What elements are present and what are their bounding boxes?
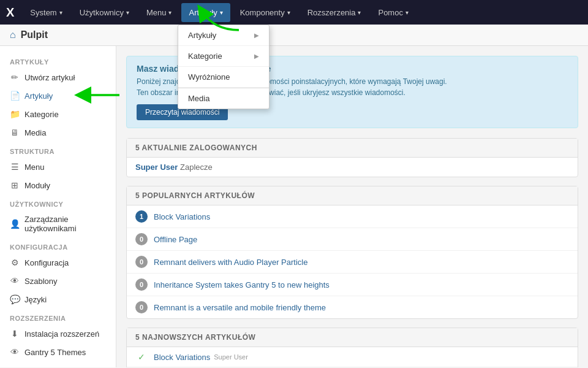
nav-components[interactable]: Komponenty ▾ bbox=[233, 3, 298, 22]
sidebar-item-config[interactable]: ⚙ Konfiguracja bbox=[0, 253, 116, 272]
nav-help-arrow: ▾ bbox=[405, 9, 409, 16]
popular-panel: 5 POPULARNYCH ARTYKUŁÓW 1 Block Variatio… bbox=[126, 186, 578, 319]
newest-panel-body: ✓ Block Variations Super User ✓ Offline … bbox=[127, 347, 578, 367]
eye-icon: 👁 bbox=[10, 276, 20, 286]
table-row: 0 Inheritance System takes Gantry 5 to n… bbox=[127, 274, 578, 296]
badge-count-1: 1 bbox=[135, 210, 148, 223]
sidebar-item-media[interactable]: 🖥 Media bbox=[0, 123, 116, 142]
nav-menu[interactable]: Menu ▾ bbox=[139, 3, 179, 22]
dropdown-item-wyroznione[interactable]: Wyróżnione bbox=[178, 67, 269, 88]
table-row: 0 Remnant is a versatile and mobile frie… bbox=[127, 296, 578, 318]
table-row: 0 Remnant delivers with Audio Player Par… bbox=[127, 251, 578, 274]
page-title: Pulpit bbox=[21, 29, 48, 40]
sidebar-item-menu[interactable]: ☰ Menu bbox=[0, 158, 116, 176]
sidebar-item-modules[interactable]: ⊞ Moduły bbox=[0, 176, 116, 194]
sidebar-item-create-article[interactable]: ✏ Utwórz artykuł bbox=[0, 68, 116, 86]
sidebar-section-artykuly: ARTYKUŁY bbox=[0, 52, 116, 68]
home-icon[interactable]: ⌂ bbox=[10, 29, 16, 40]
nav-extensions-arrow: ▾ bbox=[358, 9, 361, 16]
nav-system[interactable]: System ▾ bbox=[23, 3, 69, 22]
sidebar-item-gantry[interactable]: 👁 Gantry 5 Themes bbox=[0, 343, 116, 361]
popular-panel-body: 1 Block Variations 0 Offline Page 0 Remn… bbox=[127, 205, 578, 318]
nav-articles-arrow: ▾ bbox=[220, 9, 223, 16]
popular-article-link-2[interactable]: Offline Page bbox=[154, 235, 197, 244]
breadcrumb-bar: ⌂ Pulpit bbox=[0, 25, 588, 46]
logged-panel-header: 5 AKTUALNIE ZALOGOWANYCH bbox=[127, 139, 578, 158]
nav-menu-arrow: ▾ bbox=[168, 9, 172, 16]
sidebar-item-manage-users[interactable]: 👤 Zarządzanie użytkownikami bbox=[0, 210, 116, 237]
logged-panel: 5 AKTUALNIE ZALOGOWANYCH Super User Zapl… bbox=[126, 138, 578, 177]
table-row: 0 Offline Page bbox=[127, 228, 578, 251]
newest-panel: 5 NAJNOWSZYCH ARTYKUŁÓW ✓ Block Variatio… bbox=[126, 328, 578, 367]
articles-dropdown: Artykuły ▶ Kategorie ▶ Wyróżnione Media bbox=[178, 25, 270, 109]
sidebar: ARTYKUŁY ✏ Utwórz artykuł 📄 Artykuły 📁 K… bbox=[0, 46, 116, 367]
sidebar-item-templates[interactable]: 👁 Szablony bbox=[0, 272, 116, 290]
nav-extensions[interactable]: Rozszerzenia ▾ bbox=[300, 3, 369, 22]
logged-panel-body: Super User Zaplecze bbox=[127, 158, 578, 177]
table-row: 1 Block Variations bbox=[127, 205, 578, 228]
badge-count-2: 0 bbox=[135, 233, 148, 245]
dropdown-item-artykuly[interactable]: Artykuły ▶ bbox=[178, 25, 269, 46]
popular-article-link-1[interactable]: Block Variations bbox=[154, 212, 210, 221]
nav-components-arrow: ▾ bbox=[287, 9, 290, 16]
submenu-arrow-artykuly: ▶ bbox=[254, 32, 259, 39]
nav-system-arrow: ▾ bbox=[59, 9, 62, 16]
sidebar-item-articles[interactable]: 📄 Artykuły bbox=[0, 86, 116, 105]
nav-articles[interactable]: Artykuły ▾ bbox=[181, 3, 230, 22]
newest-article-link-1[interactable]: Block Variations bbox=[154, 353, 210, 362]
dropdown-item-kategorie[interactable]: Kategorie ▶ bbox=[178, 46, 269, 67]
sidebar-section-struktura: STRUKTURA bbox=[0, 142, 116, 158]
logged-user-name: Super User bbox=[135, 163, 178, 172]
main-layout: ARTYKUŁY ✏ Utwórz artykuł 📄 Artykuły 📁 K… bbox=[0, 46, 588, 367]
modules-icon: ⊞ bbox=[10, 180, 20, 190]
popular-article-link-5[interactable]: Remnant is a versatile and mobile friend… bbox=[154, 303, 326, 312]
nav-help[interactable]: Pomoc ▾ bbox=[371, 3, 415, 22]
sidebar-item-categories[interactable]: 📁 Kategorie bbox=[0, 105, 116, 123]
nav-users[interactable]: Użytkownicy ▾ bbox=[72, 3, 137, 22]
newest-panel-header: 5 NAJNOWSZYCH ARTYKUŁÓW bbox=[127, 328, 578, 347]
table-row: ✓ Block Variations Super User bbox=[127, 347, 578, 367]
badge-count-4: 0 bbox=[135, 278, 148, 291]
sidebar-item-install[interactable]: ⬇ Instalacja rozszerzeń bbox=[0, 324, 116, 343]
articles-icon: 📄 bbox=[10, 91, 20, 101]
logged-user-location: Zaplecze bbox=[180, 163, 213, 172]
media-icon: 🖥 bbox=[10, 128, 20, 137]
user-icon: 👤 bbox=[10, 219, 20, 229]
sidebar-section-konserwacja: KONSERWACJA bbox=[0, 361, 116, 367]
edit-icon: ✏ bbox=[10, 72, 20, 82]
table-row: Super User Zaplecze bbox=[127, 158, 578, 177]
badge-count-3: 0 bbox=[135, 256, 148, 268]
joomla-logo[interactable]: X bbox=[6, 6, 14, 20]
nav-users-arrow: ▾ bbox=[126, 9, 129, 16]
check-icon-1: ✓ bbox=[135, 352, 148, 362]
popular-article-link-3[interactable]: Remnant delivers with Audio Player Parti… bbox=[154, 258, 307, 267]
sidebar-item-languages[interactable]: 💬 Języki bbox=[0, 290, 116, 309]
sidebar-section-konfiguracja: KONFIGURACJA bbox=[0, 237, 116, 253]
topbar: X System ▾ Użytkownicy ▾ Menu ▾ Artykuły… bbox=[0, 0, 588, 25]
download-icon: ⬇ bbox=[10, 329, 20, 339]
sidebar-section-rozszerzenia: ROZSZERZENIA bbox=[0, 309, 116, 324]
sidebar-section-users: UŻYTKOWNICY bbox=[0, 194, 116, 210]
folder-icon: 📁 bbox=[10, 109, 20, 119]
gantry-icon: 👁 bbox=[10, 347, 20, 357]
popular-panel-header: 5 POPULARNYCH ARTYKUŁÓW bbox=[127, 186, 578, 205]
speech-icon: 💬 bbox=[10, 294, 20, 304]
newest-article-author-1: Super User bbox=[214, 353, 248, 361]
badge-count-5: 0 bbox=[135, 301, 148, 313]
popular-article-link-4[interactable]: Inheritance System takes Gantry 5 to new… bbox=[154, 280, 330, 289]
submenu-arrow-kategorie: ▶ bbox=[254, 53, 259, 59]
gear-icon: ⚙ bbox=[10, 258, 20, 267]
dropdown-item-media[interactable]: Media bbox=[178, 88, 269, 109]
menu-icon: ☰ bbox=[10, 162, 20, 172]
